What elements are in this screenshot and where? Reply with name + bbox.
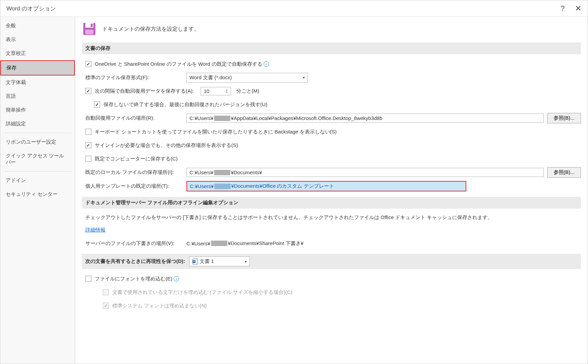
label-personal-templates-location: 個人用テンプレートの既定の場所(T): xyxy=(85,183,186,189)
label-onedrive-autosave: OneDrive と SharePoint Online のファイルを Word… xyxy=(95,61,262,67)
label-autorecover-pre: 次の間隔で自動回復用データを保存する(A): xyxy=(95,88,194,94)
close-button[interactable]: ✕ xyxy=(575,4,582,13)
sidebar-item-ease-of-access[interactable]: 簡単操作 xyxy=(0,103,75,117)
sidebar-item-language[interactable]: 言語 xyxy=(0,89,75,103)
titlebar: Word のオプション ? ✕ xyxy=(0,0,588,17)
label-keep-last-autosave: 保存しないで終了する場合、最後に自動回復されたバージョンを残す(U) xyxy=(104,101,267,108)
window-title: Word のオプション xyxy=(6,5,56,12)
info-icon[interactable]: i xyxy=(264,61,269,67)
select-file-format[interactable]: Word 文書 (*.docx) xyxy=(186,73,308,83)
svg-rect-2 xyxy=(91,24,93,27)
content-pane: ドキュメントの保存方法を設定します。 文書の保存 OneDrive と Shar… xyxy=(75,17,588,364)
sidebar-item-display[interactable]: 表示 xyxy=(0,33,75,47)
checkbox-no-backstage[interactable] xyxy=(85,129,91,135)
input-autorecover-location[interactable]: C:¥Users¥¥AppData¥Local¥Packages¥Microso… xyxy=(186,114,544,123)
checkbox-show-additional-places[interactable] xyxy=(85,142,91,148)
save-disk-icon xyxy=(82,22,97,36)
select-fidelity-document-value: 文書 1 xyxy=(200,258,214,265)
help-button[interactable]: ? xyxy=(561,4,565,13)
spinner-arrows-icon[interactable]: ▲▼ xyxy=(226,89,228,93)
input-personal-templates-location[interactable]: C:¥Users¥¥Documents¥Office のカスタム テンプレート xyxy=(186,181,466,191)
input-default-local-location[interactable]: C:¥Users¥¥Documents¥ xyxy=(186,168,544,177)
sidebar-item-general[interactable]: 全般 xyxy=(0,19,75,33)
checkbox-embed-fonts[interactable] xyxy=(85,276,91,282)
sidebar-item-qat[interactable]: クイック アクセス ツール バー xyxy=(0,149,75,169)
value-server-drafts-location: C:¥Users¥¥Documents¥SharePoint 下書き¥ xyxy=(186,240,303,247)
select-fidelity-document[interactable]: W 文書 1 xyxy=(189,256,250,266)
redacted-username xyxy=(214,184,231,189)
spinner-autorecover-minutes[interactable]: 10 ▲▼ xyxy=(201,87,231,95)
redacted-username xyxy=(214,116,230,121)
page-header-text: ドキュメントの保存方法を設定します。 xyxy=(102,26,199,33)
label-save-to-computer: 既定でコンピューターに保存する(C) xyxy=(95,156,178,162)
label-no-backstage: キーボード ショートカットを使ってファイルを開いたり保存したりするときに Bac… xyxy=(95,129,337,135)
checkbox-no-embed-system xyxy=(103,303,109,309)
label-server-drafts-location: サーバーのファイルの下書きの場所(V): xyxy=(85,240,186,247)
select-file-format-value: Word 文書 (*.docx) xyxy=(189,74,232,81)
section-header-save-documents: 文書の保存 xyxy=(82,42,581,54)
info-icon[interactable]: i xyxy=(174,276,179,281)
titlebar-controls: ? ✕ xyxy=(561,4,582,13)
sidebar-separator xyxy=(4,171,71,172)
redacted-username xyxy=(211,241,227,246)
sidebar-item-ribbon[interactable]: リボンのユーザー設定 xyxy=(0,135,75,149)
label-no-embed-system: 標準システム フォントは埋め込まない(N) xyxy=(112,303,207,309)
more-info-link[interactable]: 詳細情報 xyxy=(85,227,106,233)
redacted-username xyxy=(214,170,230,175)
browse-button-autorecover[interactable]: 参照(B)... xyxy=(547,113,581,123)
checkbox-embed-only-used xyxy=(103,289,109,295)
label-file-format: 標準のファイル保存形式(F): xyxy=(85,74,186,81)
checkbox-autorecover[interactable] xyxy=(85,88,91,94)
sidebar-item-trust-center[interactable]: セキュリティ センター xyxy=(0,187,75,201)
sidebar: 全般 表示 文章校正 保存 文字体裁 言語 簡単操作 詳細設定 リボンのユーザー… xyxy=(0,17,75,364)
svg-rect-3 xyxy=(85,30,93,34)
spinner-value: 10 xyxy=(204,88,209,94)
sidebar-separator xyxy=(4,133,71,133)
sidebar-item-proofing[interactable]: 文章校正 xyxy=(0,47,75,60)
label-embed-fonts: ファイルにフォントを埋め込む(E) xyxy=(95,276,172,282)
label-show-additional-places: サインインが必要な場合でも、その他の保存場所を表示する(S) xyxy=(95,142,238,149)
section-header-fidelity-label: 次の文書を共有するときに再現性を保つ(D): xyxy=(85,258,185,265)
checkbox-save-to-computer[interactable] xyxy=(85,156,91,162)
label-autorecover-location: 自動回復用ファイルの場所(R): xyxy=(85,115,186,121)
offline-editing-note: チェックアウトしたファイルをサーバーの [下書き] に保存することはサポートされ… xyxy=(85,213,581,221)
section-header-offline-editing: ドキュメント管理サーバー ファイル用のオフライン編集オプション xyxy=(82,197,581,209)
checkbox-keep-last-autosave[interactable] xyxy=(94,101,100,108)
sidebar-item-typography[interactable]: 文字体裁 xyxy=(0,75,75,89)
label-autorecover-post: 分ごと(M) xyxy=(236,88,259,94)
label-default-local-location: 既定のローカル ファイルの保存場所(I): xyxy=(85,169,186,176)
section-header-fidelity: 次の文書を共有するときに再現性を保つ(D): W 文書 1 xyxy=(82,254,581,269)
sidebar-item-addins[interactable]: アドイン xyxy=(0,174,75,187)
svg-text:W: W xyxy=(193,260,196,263)
sidebar-item-save[interactable]: 保存 xyxy=(0,60,75,75)
checkbox-onedrive-autosave[interactable] xyxy=(85,61,91,67)
word-doc-icon: W xyxy=(192,259,198,265)
browse-button-default-local[interactable]: 参照(B)... xyxy=(547,167,581,178)
label-embed-only-used: 文書で使用されている文字だけを埋め込む (ファイル サイズを縮小する場合)(C) xyxy=(112,289,292,296)
sidebar-item-advanced[interactable]: 詳細設定 xyxy=(0,117,75,131)
